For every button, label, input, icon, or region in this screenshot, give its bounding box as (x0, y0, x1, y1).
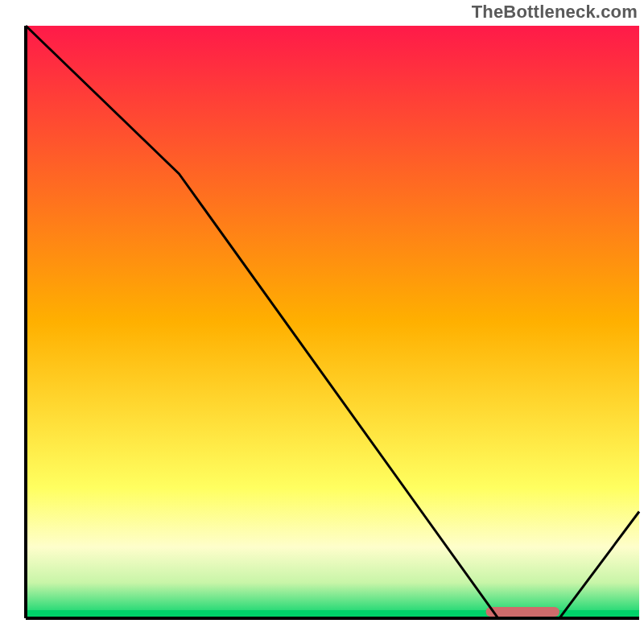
bottleneck-chart (0, 0, 644, 644)
chart-container: TheBottleneck.com (0, 0, 644, 644)
watermark-label: TheBottleneck.com (472, 2, 638, 23)
